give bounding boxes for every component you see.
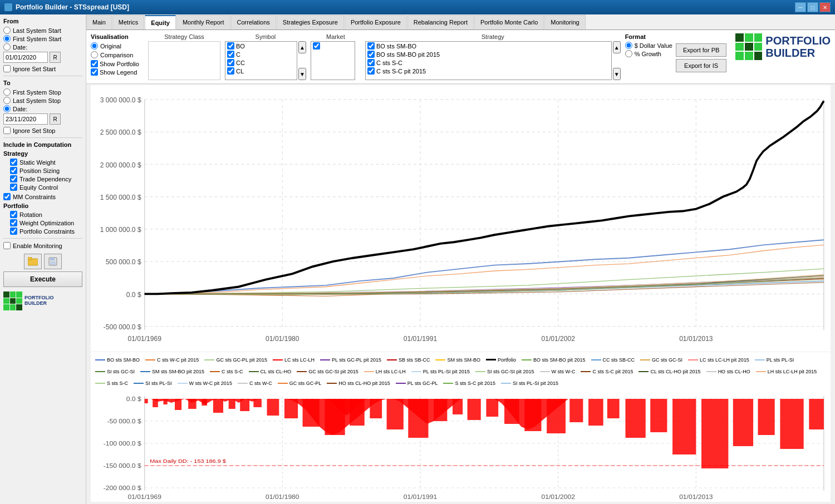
show-legend-label: Show Legend	[100, 69, 137, 76]
include-computation-label: Include in Computation	[3, 141, 82, 148]
svg-rect-4	[50, 261, 56, 265]
ignore-set-start-checkbox[interactable]	[3, 65, 11, 72]
to-date-input[interactable]	[3, 113, 48, 125]
trade-dependency-label: Trade Dependency	[19, 176, 71, 182]
to-date-label: Date:	[13, 106, 27, 112]
svg-rect-70	[240, 399, 249, 411]
save-button[interactable]	[44, 254, 62, 269]
from-date-label: Date:	[13, 44, 27, 51]
maximize-button[interactable]: □	[807, 2, 818, 12]
to-last-system-stop-label: Last System Stop	[13, 97, 61, 104]
mm-constraints-label: MM Constraints	[13, 194, 56, 200]
folder-button[interactable]	[24, 254, 42, 269]
save-icon	[48, 257, 57, 266]
close-button[interactable]: ✕	[819, 2, 831, 12]
symbol-scroll-up[interactable]: ▲	[298, 41, 306, 53]
weight-optimization-label: Weight Optimization	[19, 220, 74, 226]
legend-item-23: HO sts CL-HO	[718, 369, 750, 374]
dollar-value-radio[interactable]	[625, 42, 632, 49]
svg-rect-90	[626, 399, 646, 438]
static-weight-checkbox[interactable]	[10, 159, 17, 166]
tab-main[interactable]: Main	[86, 15, 112, 29]
export-section: Export for PB Export for IS	[676, 33, 726, 72]
legend-item-28: C sts W-C	[249, 381, 272, 386]
legend-item-29: GC sts GC-PL	[289, 381, 322, 386]
legend-item-8: CC sts SB-CC	[603, 357, 635, 363]
legend-item-1: C sts W-C pit 2015	[157, 357, 199, 363]
to-date-radio[interactable]	[3, 105, 11, 112]
equity-control-checkbox[interactable]	[10, 184, 17, 191]
legend-item-14: C sts S-C	[222, 369, 243, 374]
tab-metrics[interactable]: Metrics	[112, 15, 144, 29]
symbol-list[interactable]: BO C CC CL	[225, 41, 297, 80]
symbol-scroll-down[interactable]: ▼	[298, 68, 306, 80]
tab-strategies-exposure[interactable]: Strategies Exposure	[277, 15, 344, 29]
legend-item-30: HO sts CL-HO pit 2015	[338, 381, 390, 386]
weight-optimization-checkbox[interactable]	[10, 219, 17, 226]
tab-portfolio-exposure[interactable]: Portfolio Exposure	[345, 15, 407, 29]
portfolio-constraints-label: Portfolio Constraints	[19, 228, 75, 235]
legend-item-27: W sts W-C pit 2015	[189, 381, 232, 386]
from-date-radio[interactable]	[3, 43, 11, 51]
static-weight-label: Static Weight	[19, 159, 56, 166]
visualization-area: Visualisation Original Comparison Show P…	[86, 30, 835, 84]
tab-monitoring[interactable]: Monitoring	[544, 15, 585, 29]
svg-text:01/01/2002: 01/01/2002	[541, 494, 574, 500]
legend-item-31: PL sts GC-PL	[407, 381, 438, 386]
from-last-system-start[interactable]	[3, 27, 11, 34]
to-last-system-stop[interactable]	[3, 97, 11, 104]
execute-button[interactable]: Execute	[3, 271, 82, 287]
svg-rect-64	[163, 399, 167, 404]
legend-item-33: SI sts PL-SI pit 2015	[513, 381, 558, 386]
export-is-button[interactable]: Export for IS	[676, 59, 726, 72]
portfolio-builder-logo-small: PORTFOLIOBUILDER	[3, 291, 82, 310]
show-legend-checkbox[interactable]	[91, 68, 98, 76]
strategy-scroll-up[interactable]: ▲	[613, 41, 621, 53]
legend-item-22: CL sts CL-HO pit 2015	[650, 369, 700, 374]
show-portfolio-checkbox[interactable]	[91, 60, 98, 67]
portfolio-constraints-checkbox[interactable]	[10, 228, 17, 235]
portfolio-section-label: Portfolio	[3, 202, 82, 209]
tab-correlations[interactable]: Correlations	[231, 15, 276, 29]
comparison-radio[interactable]	[91, 51, 98, 58]
mm-constraints-checkbox[interactable]	[3, 193, 11, 200]
rotation-label: Rotation	[19, 211, 42, 218]
tab-portfolio-monte-carlo[interactable]: Portfolio Monte Carlo	[474, 15, 544, 29]
from-label: From	[3, 18, 82, 24]
pct-growth-radio[interactable]	[625, 50, 632, 57]
svg-rect-84	[504, 399, 519, 424]
drawdown-svg: 0.0 $ -50 000.0 $ -100 000.0 $ -150 000.…	[91, 391, 831, 502]
original-radio[interactable]	[91, 42, 98, 50]
strategy-list[interactable]: BO sts SM-BO BO sts SM-BO pit 2015 C sts…	[365, 41, 612, 80]
tab-rebalancing-report[interactable]: Rebalancing Report	[407, 15, 474, 29]
to-first-system-stop[interactable]	[3, 88, 11, 96]
tab-monthly-report[interactable]: Monthly Report	[176, 15, 230, 29]
svg-rect-62	[145, 399, 148, 403]
svg-text:01/01/1980: 01/01/1980	[266, 494, 299, 500]
tab-equity[interactable]: Equity	[145, 15, 176, 29]
position-sizing-checkbox[interactable]	[10, 167, 17, 174]
trade-dependency-checkbox[interactable]	[10, 175, 17, 182]
from-first-system-start[interactable]	[3, 35, 11, 42]
from-date-reset[interactable]: R	[50, 52, 61, 63]
svg-text:01/01/1991: 01/01/1991	[404, 334, 437, 342]
original-label: Original	[100, 43, 121, 50]
market-list[interactable]	[311, 41, 355, 80]
strategy-scroll-down[interactable]: ▼	[613, 68, 621, 80]
from-date-input[interactable]	[3, 52, 48, 63]
ignore-set-start-label: Ignore Set Start	[13, 66, 56, 72]
svg-text:500 000.0 $: 500 000.0 $	[106, 258, 141, 266]
to-date-reset[interactable]: R	[50, 113, 61, 125]
legend-item-16: GC sts GC-SI pit 2015	[308, 369, 358, 374]
enable-monitoring-checkbox[interactable]	[3, 242, 11, 249]
svg-rect-89	[607, 399, 620, 418]
minimize-button[interactable]: ─	[795, 2, 806, 12]
svg-text:3 000 000.0 $: 3 000 000.0 $	[100, 96, 141, 104]
export-pb-button[interactable]: Export for PB	[676, 43, 726, 57]
svg-text:-150 000.0 $: -150 000.0 $	[104, 463, 141, 469]
ignore-set-stop-checkbox[interactable]	[3, 127, 11, 134]
rotation-checkbox[interactable]	[10, 211, 17, 218]
svg-rect-95	[758, 399, 775, 435]
strategy-section-label: Strategy	[3, 150, 82, 157]
main-chart-svg: 3 000 000.0 $ 2 500 000.0 $ 2 000 000.0 …	[91, 85, 831, 352]
